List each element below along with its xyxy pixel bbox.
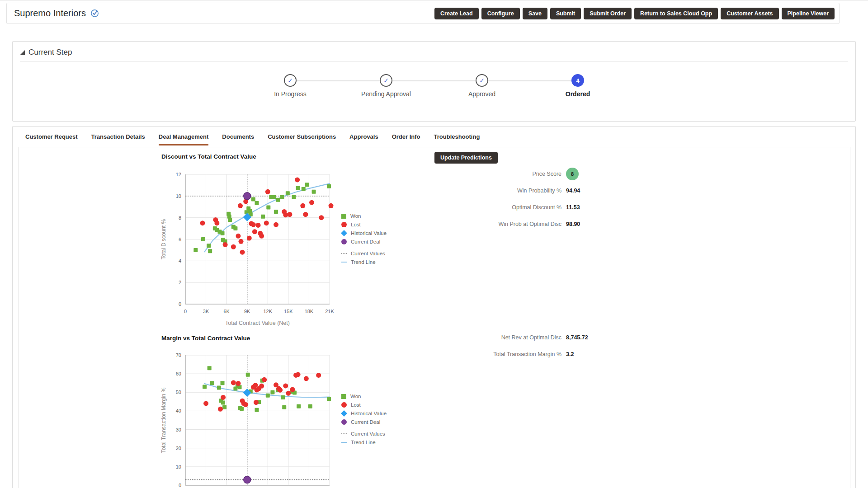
discount-chart-title: Discount vs Total Contract Value [161, 153, 256, 160]
stat-win-probability: Win Probability % 94.94 [390, 182, 602, 199]
stat-net-rev-at-optimal-disc: Net Rev at Optimal Disc 8,745.72 [390, 329, 602, 346]
lost-point [239, 239, 244, 244]
step-number-badge: 4 [571, 74, 584, 87]
lost-point [223, 242, 228, 247]
svg-text:70: 70 [176, 352, 181, 358]
won-point [221, 400, 225, 404]
step-label: Ordered [566, 90, 590, 98]
won-point [296, 186, 300, 190]
tab-customer-request[interactable]: Customer Request [25, 133, 78, 145]
dotted-line-icon [341, 433, 347, 434]
svg-text:3K: 3K [203, 309, 209, 314]
won-point [193, 248, 198, 252]
collapse-triangle-icon[interactable] [20, 50, 25, 55]
won-point [302, 187, 306, 191]
tab-customer-subscriptions[interactable]: Customer Subscriptions [268, 133, 336, 145]
progress-stepper: ✓ In Progress ✓ Pending Approval ✓ Appro… [242, 74, 626, 98]
won-point [207, 244, 211, 248]
update-predictions-button[interactable]: Update Predictions [434, 152, 498, 164]
won-point [222, 405, 226, 409]
main-panel: Customer Request Transaction Details Dea… [12, 126, 856, 488]
lost-point [300, 203, 305, 208]
configure-button[interactable]: Configure [481, 8, 520, 19]
step-check-icon: ✓ [284, 74, 297, 87]
trend-line-icon [341, 262, 347, 263]
lost-point [309, 200, 314, 205]
tab-transaction-details[interactable]: Transaction Details [91, 133, 145, 145]
step-pending-approval: ✓ Pending Approval [338, 74, 434, 98]
won-point [297, 404, 301, 408]
legend-item-current-values: Current Values [341, 251, 387, 256]
tab-documents[interactable]: Documents [222, 133, 254, 145]
svg-text:10: 10 [176, 464, 181, 469]
top-bar: Supremo Interiors Create Lead Configure … [6, 3, 840, 24]
pipeline-viewer-button[interactable]: Pipeline Viewer [782, 8, 835, 19]
lost-point [221, 395, 226, 400]
lost-point [295, 177, 300, 182]
won-marker-icon [341, 214, 346, 219]
won-point [255, 201, 259, 205]
legend-item-trend-line: Trend Line [341, 440, 387, 445]
legend-item-historical-value: Historical Value [341, 411, 387, 416]
customer-assets-button[interactable]: Customer Assets [721, 8, 778, 19]
won-point [286, 191, 290, 195]
lost-point [238, 203, 243, 208]
svg-text:4: 4 [179, 258, 181, 263]
won-point [208, 249, 212, 253]
tab-deal-management[interactable]: Deal Management [159, 133, 209, 145]
won-point [272, 195, 276, 199]
svg-text:9K: 9K [244, 309, 250, 314]
lost-point [243, 402, 248, 407]
current-deal-marker-icon [341, 419, 347, 425]
current-deal-point [244, 192, 251, 200]
divider [20, 61, 848, 62]
svg-text:12K: 12K [263, 309, 272, 314]
won-point [203, 385, 207, 389]
svg-text:30: 30 [176, 427, 181, 432]
svg-text:40: 40 [176, 408, 181, 413]
step-approved: ✓ Approved [434, 74, 530, 98]
submit-order-button[interactable]: Submit Order [584, 8, 632, 19]
won-point [251, 197, 255, 202]
revenue-stats: Net Rev at Optimal Disc 8,745.72 Total T… [390, 329, 602, 362]
stat-price-score: Price Score 8 [390, 165, 602, 182]
won-point [221, 231, 225, 235]
lost-point [329, 203, 334, 208]
svg-text:15K: 15K [284, 309, 293, 314]
won-point [228, 218, 232, 222]
svg-text:18K: 18K [305, 309, 314, 314]
lost-point [287, 212, 292, 217]
legend-item-won: Won [341, 213, 387, 219]
lost-point [259, 234, 264, 239]
lost-point [254, 400, 259, 405]
current-step-title: Current Step [28, 48, 72, 57]
won-point [255, 408, 259, 412]
svg-text:12: 12 [176, 172, 181, 177]
margin-chart: 01020304050607003K6K9K12K15K18K21KTotal … [154, 343, 353, 488]
tab-order-info[interactable]: Order Info [392, 133, 420, 145]
won-point [210, 381, 214, 385]
svg-text:0: 0 [179, 301, 181, 307]
tab-troubleshooting[interactable]: Troubleshooting [434, 133, 480, 145]
tab-bar: Customer Request Transaction Details Dea… [13, 127, 855, 145]
return-to-sales-cloud-opp-button[interactable]: Return to Sales Cloud Opp [634, 8, 718, 19]
step-check-icon: ✓ [476, 74, 488, 87]
create-lead-button[interactable]: Create Lead [434, 8, 479, 19]
margin-chart-title: Margin vs Total Contract Value [161, 335, 250, 342]
lost-point [214, 221, 219, 225]
won-point [208, 366, 212, 370]
historical-marker-icon [341, 410, 347, 417]
lost-point [274, 222, 278, 227]
legend-item-lost: Lost [341, 222, 387, 227]
current-deal-marker-icon [341, 239, 347, 244]
tab-approvals[interactable]: Approvals [349, 133, 378, 145]
lost-point [231, 244, 236, 249]
lost-point [256, 223, 261, 228]
save-button[interactable]: Save [523, 8, 547, 19]
lost-point [283, 383, 288, 388]
lost-point [304, 376, 309, 381]
submit-button[interactable]: Submit [550, 8, 581, 19]
won-point [305, 183, 309, 187]
lost-point [303, 212, 308, 217]
price-score-badge: 8 [566, 168, 579, 180]
